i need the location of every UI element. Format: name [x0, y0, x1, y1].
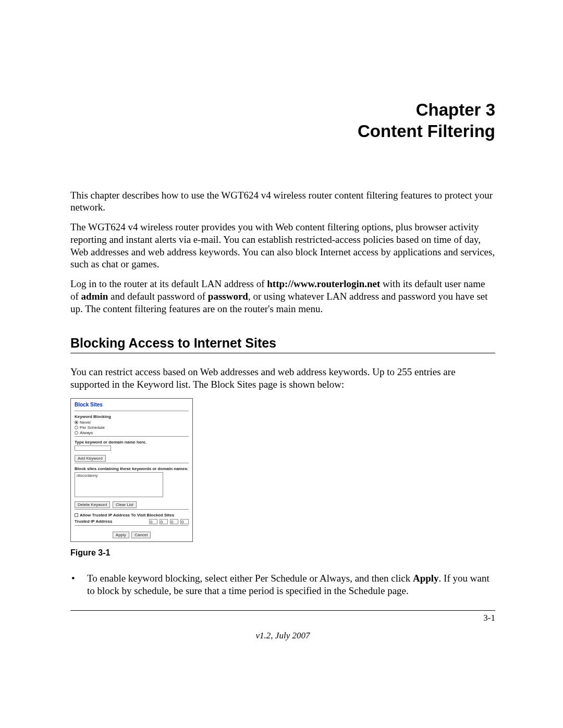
chapter-number: Chapter 3: [70, 99, 495, 120]
footer: 3-1: [70, 613, 495, 623]
radio-always-row[interactable]: Always: [75, 430, 189, 435]
version-footer: v1.2, July 2007: [70, 631, 495, 641]
checkbox-icon: [75, 513, 78, 517]
radio-icon: [75, 421, 78, 424]
page-number: 3-1: [483, 613, 495, 623]
cancel-button[interactable]: Cancel: [131, 532, 151, 538]
default-username: admin: [81, 291, 108, 302]
bullet-a: To enable keyword blocking, select eithe…: [87, 573, 413, 584]
router-url: http://www.routerlogin.net: [267, 278, 380, 289]
p3-part-c: and default password of: [108, 291, 208, 302]
type-keyword-label: Type keyword or domain name here.: [75, 440, 189, 445]
keyword-blocking-label: Keyword Blocking: [75, 414, 189, 419]
figure-separator: [75, 463, 189, 463]
intro-paragraph-1: This chapter describes how to use the WG…: [70, 189, 495, 214]
bullet-text: To enable keyword blocking, select eithe…: [87, 572, 495, 597]
ip-octet-2[interactable]: 0: [160, 519, 168, 524]
figure-separator: [75, 509, 189, 510]
intro-paragraph-3: Log in to the router at its default LAN …: [70, 278, 495, 315]
radio-per-schedule-row[interactable]: Per Schedule: [75, 425, 189, 430]
keyword-input[interactable]: [75, 446, 111, 451]
footer-rule: [70, 610, 495, 611]
radio-always-label: Always: [80, 430, 93, 435]
bullet-icon: •: [71, 572, 87, 597]
section-rule: [70, 353, 495, 353]
figure-separator: [75, 525, 189, 526]
radio-never-row[interactable]: Never: [75, 420, 189, 425]
trusted-ip-label: Trusted IP Address: [75, 519, 147, 524]
figure-title: Block Sites: [75, 402, 189, 408]
section-heading: Blocking Access to Internet Sites: [70, 336, 495, 351]
radio-icon: [75, 426, 78, 429]
figure-block-sites: Block Sites Keyword Blocking Never Per S…: [70, 398, 193, 542]
radio-never-label: Never: [80, 420, 91, 425]
p3-part-a: Log in to the router at its default LAN …: [70, 278, 267, 289]
chapter-title: Chapter 3 Content Filtering: [70, 99, 495, 142]
allow-trusted-row[interactable]: Allow Trusted IP Address To Visit Blocke…: [75, 513, 189, 517]
clear-list-button[interactable]: Clear List: [113, 501, 137, 508]
bullet-item: • To enable keyword blocking, select eit…: [71, 572, 495, 597]
block-list-label: Block sites containing these keywords or…: [75, 466, 189, 471]
chapter-name: Content Filtering: [70, 120, 495, 142]
list-item: discodanny: [77, 473, 161, 478]
bullet-apply: Apply: [413, 573, 439, 584]
allow-trusted-label: Allow Trusted IP Address To Visit Blocke…: [80, 513, 174, 517]
figure-caption: Figure 3-1: [70, 548, 495, 558]
trusted-ip-row: Trusted IP Address 0 0 0 0: [75, 519, 189, 524]
delete-keyword-button[interactable]: Delete Keyword: [75, 501, 110, 508]
radio-per-schedule-label: Per Schedule: [80, 425, 105, 430]
ip-octet-1[interactable]: 0: [149, 519, 157, 524]
ip-octet-4[interactable]: 0: [180, 519, 189, 524]
radio-icon: [75, 431, 78, 435]
default-password: password: [208, 291, 248, 302]
keyword-listbox[interactable]: discodanny: [75, 472, 163, 497]
apply-button[interactable]: Apply: [113, 532, 129, 538]
figure-separator: [75, 411, 189, 411]
figure-separator: [75, 436, 189, 437]
intro-paragraph-2: The WGT624 v4 wireless router provides y…: [70, 221, 495, 270]
section-intro: You can restrict access based on Web add…: [70, 366, 495, 391]
ip-octet-3[interactable]: 0: [170, 519, 178, 524]
add-keyword-button[interactable]: Add Keyword: [75, 455, 106, 462]
